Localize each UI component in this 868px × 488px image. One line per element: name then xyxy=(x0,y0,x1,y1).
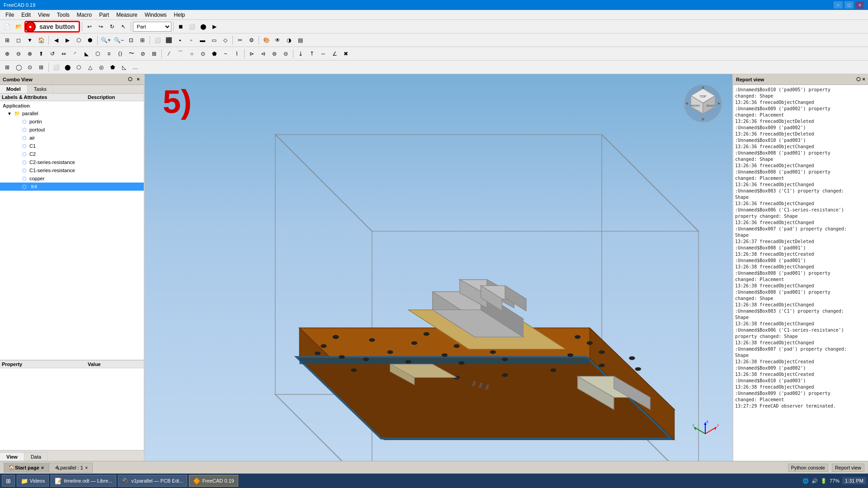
sketch-part[interactable]: ◯ xyxy=(13,62,24,73)
appearance[interactable]: 🎨 xyxy=(261,35,272,46)
tree-item-air[interactable]: ⬡ air xyxy=(0,134,144,142)
menu-file[interactable]: File xyxy=(2,11,18,19)
stop-button[interactable]: ⏹ xyxy=(175,21,186,32)
tree-item-C2sr[interactable]: ⬡ C2-series-resistance xyxy=(0,158,144,166)
zoom-fit[interactable]: ⊡ xyxy=(126,35,137,46)
tab-view[interactable]: View xyxy=(0,452,24,461)
part-bool-cut[interactable]: ⊖ xyxy=(13,48,24,59)
prim-torus[interactable]: ◎ xyxy=(96,62,107,73)
sketch-arr[interactable]: ⊞ xyxy=(36,62,47,73)
view-std[interactable]: ⊞ xyxy=(137,35,148,46)
zoom-in[interactable]: 🔍+ xyxy=(99,35,112,46)
report-content[interactable]: :Unnamed$Box010 ('pad005') propertychang… xyxy=(733,85,868,461)
prim-cone[interactable]: △ xyxy=(85,62,95,73)
prim-cyl[interactable]: ⬡ xyxy=(73,62,84,73)
part-extrude[interactable]: ⬆ xyxy=(36,48,47,59)
view-3d[interactable]: ⬡ xyxy=(73,35,84,46)
view-back[interactable]: ◀ xyxy=(51,35,61,46)
close-button[interactable]: × xyxy=(855,1,864,9)
part-cross[interactable]: ⊞ xyxy=(149,48,160,59)
part-import[interactable]: ⤓ xyxy=(295,48,306,59)
group-sel[interactable]: ▤ xyxy=(295,35,306,46)
taskbar-start[interactable]: ⊞ xyxy=(2,475,15,487)
part-export[interactable]: ⤒ xyxy=(307,48,317,59)
menu-part[interactable]: Part xyxy=(95,11,113,19)
parallel-tab[interactable]: 🔌 parallel : 1 × xyxy=(49,463,93,473)
menu-macro[interactable]: Macro xyxy=(73,11,95,19)
part-poly[interactable]: ⬟ xyxy=(209,48,220,59)
tree-item-C1[interactable]: ⬡ C1 xyxy=(0,142,144,150)
view-rear[interactable]: ▭ xyxy=(208,35,219,46)
combo-float-button[interactable]: ⬡ xyxy=(127,76,134,82)
undo-button[interactable]: ↩ xyxy=(84,21,95,32)
part-sweep[interactable]: 〜 xyxy=(126,48,137,59)
select-all[interactable]: ⊞ xyxy=(2,35,13,46)
part-arc[interactable]: ⌒ xyxy=(175,48,186,59)
select-menu[interactable]: ▼ xyxy=(24,35,35,46)
view-fwd[interactable]: ▶ xyxy=(62,35,73,46)
view-left[interactable]: ▫ xyxy=(186,35,197,46)
prim-prism[interactable]: ⬟ xyxy=(107,62,118,73)
view-iso[interactable]: ◇ xyxy=(220,35,231,46)
part-ellipse[interactable]: ⊙ xyxy=(198,48,208,59)
part-measure-ang[interactable]: ∠ xyxy=(329,48,340,59)
clipping-plane[interactable]: ✂ xyxy=(235,35,245,46)
select-box[interactable]: ◻ xyxy=(13,35,24,46)
report-close-button[interactable]: × xyxy=(863,76,865,82)
menu-view[interactable]: View xyxy=(34,11,53,19)
redo-button[interactable]: ↪ xyxy=(95,21,106,32)
part-measure-lin[interactable]: ↔ xyxy=(318,48,329,59)
tree-item-portin[interactable]: ⬡ portin xyxy=(0,117,144,126)
part-ruled[interactable]: ≡ xyxy=(104,48,114,59)
part-thickness[interactable]: ⊜ xyxy=(269,48,280,59)
part-bool-union[interactable]: ⊕ xyxy=(2,48,13,59)
part-bspline[interactable]: ~ xyxy=(220,48,231,59)
taskbar-libre[interactable]: 📝 timeline.odt — Libre... xyxy=(51,475,116,487)
visibility[interactable]: 👁 xyxy=(272,35,283,46)
part-bezier[interactable]: ⌇ xyxy=(231,48,242,59)
cursor-button[interactable]: ↖ xyxy=(118,21,129,32)
shape-box[interactable]: ⬜ xyxy=(187,21,198,32)
prim-wedge[interactable]: ◺ xyxy=(118,62,129,73)
menu-tools[interactable]: Tools xyxy=(53,11,73,19)
prim-more[interactable]: … xyxy=(130,62,141,73)
tab-model[interactable]: Model xyxy=(0,85,28,93)
part-mirror[interactable]: ⇔ xyxy=(58,48,69,59)
view-right[interactable]: ▪ xyxy=(175,35,185,46)
prim-box[interactable]: ⬜ xyxy=(51,62,61,73)
part-circle[interactable]: ○ xyxy=(186,48,197,59)
start-page-tab[interactable]: 🏠 Start page × xyxy=(4,463,49,473)
minimize-button[interactable]: − xyxy=(834,1,843,9)
taskbar-freecad[interactable]: 🔶 FreeCAD 0.19 xyxy=(189,475,238,487)
view-home[interactable]: 🏠 xyxy=(36,35,47,46)
part-offset3d[interactable]: ⊲ xyxy=(258,48,269,59)
view-top[interactable]: ⬛ xyxy=(163,35,174,46)
view-options[interactable]: ⚙ xyxy=(246,35,257,46)
report-float-button[interactable]: ⬡ xyxy=(856,76,861,82)
zoom-out[interactable]: 🔍− xyxy=(113,35,125,46)
part-loft[interactable]: ⟨⟩ xyxy=(115,48,126,59)
tab-data[interactable]: Data xyxy=(24,452,48,461)
view-bottom[interactable]: ▬ xyxy=(197,35,208,46)
tree-item-C2[interactable]: ⬡ C2 xyxy=(0,150,144,158)
part-line[interactable]: ∕ xyxy=(164,48,175,59)
part-revolve[interactable]: ↺ xyxy=(47,48,58,59)
tree-item-parallel[interactable]: ▼ 📁 parallel xyxy=(0,109,144,117)
part-face[interactable]: ⬡ xyxy=(92,48,103,59)
navigation-cube[interactable]: TOP FRONT RIGHT xyxy=(683,83,723,124)
part-project[interactable]: ⊝ xyxy=(280,48,291,59)
toggle-vis[interactable]: ◑ xyxy=(283,35,294,46)
workbench-selector[interactable]: Part PartDesign Sketcher Draft xyxy=(133,22,171,32)
menu-measure[interactable]: Measure xyxy=(113,11,141,19)
tab-tasks[interactable]: Tasks xyxy=(28,85,53,93)
python-console-btn[interactable]: Python console xyxy=(788,464,828,472)
part-bool-common[interactable]: ⊗ xyxy=(24,48,35,59)
prim-sphere[interactable]: ⬤ xyxy=(62,62,73,73)
run-button[interactable]: ▶ xyxy=(209,21,220,32)
report-view-btn[interactable]: Report view xyxy=(832,464,864,472)
menu-help[interactable]: Help xyxy=(170,11,189,19)
new-button[interactable]: 📄 xyxy=(2,21,13,32)
taskbar-pcb[interactable]: 🔌 v1parallel — PCB Edi... xyxy=(118,475,187,487)
sketch-new[interactable]: ⊞ xyxy=(2,62,13,73)
parallel-close-icon[interactable]: × xyxy=(85,465,88,470)
